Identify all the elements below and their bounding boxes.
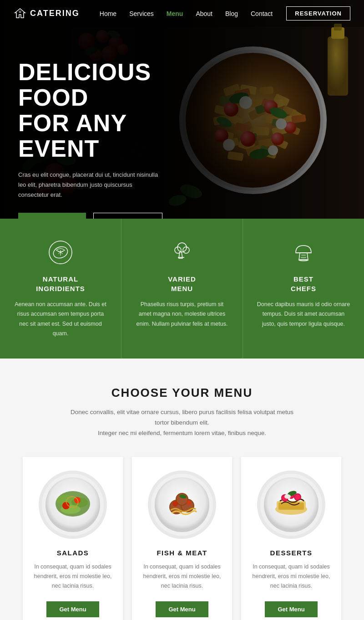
hero-section: DELICIOUS FOOD FOR ANY EVENT Cras eu eli…	[0, 0, 364, 219]
nav-home[interactable]: Home	[100, 10, 116, 17]
feature-menu-title: VARIEDMENU	[135, 274, 229, 293]
svg-point-89	[175, 247, 181, 253]
brand-logo[interactable]: CATERING	[14, 7, 80, 20]
hero-buttons: Get Started → Learn More →	[18, 213, 187, 219]
salads-title: SALADS	[57, 549, 89, 557]
natural-icon	[47, 239, 74, 266]
menu-section: CHOOSE YOUR MENU Donec convallis, elit v…	[0, 359, 364, 620]
fish-meat-image	[148, 471, 216, 539]
svg-point-90	[183, 247, 189, 253]
desserts-desc: In consequat, quam id sodales hendrerit,…	[250, 562, 332, 591]
hero-title: DELICIOUS FOOD FOR ANY EVENT	[18, 59, 187, 162]
feature-chefs: BESTCHEFS Donec dapibus mauris id odio o…	[243, 219, 364, 359]
feature-natural-title: NATURALINGRIDIENTS	[14, 274, 107, 293]
desserts-image	[257, 471, 325, 539]
desserts-get-menu-button[interactable]: Get Menu	[265, 601, 317, 617]
feature-menu: VARIEDMENU Phasellus risus turpis, preti…	[121, 219, 243, 359]
menu-section-subtitle: Donec convallis, elit vitae ornare cursu…	[68, 407, 296, 439]
brand-name: CATERING	[30, 9, 80, 18]
svg-point-113	[187, 500, 191, 505]
feature-natural: NATURALINGRIDIENTS Aenean non accumsan a…	[0, 219, 121, 359]
menu-card-salads: SALADS In consequat, quam id sodales hen…	[23, 457, 123, 620]
hero-content: DELICIOUS FOOD FOR ANY EVENT Cras eu eli…	[18, 59, 187, 219]
nav-services[interactable]: Services	[129, 10, 154, 17]
salads-desc: In consequat, quam id sodales hendrerit,…	[32, 562, 114, 591]
reservation-button[interactable]: RESERVATION	[286, 6, 350, 20]
fish-meat-title: FISH & MEAT	[157, 549, 207, 557]
salads-image	[39, 471, 107, 539]
learn-more-button[interactable]: Learn More →	[93, 213, 162, 219]
salads-get-menu-button[interactable]: Get Menu	[46, 601, 99, 617]
fish-meat-get-menu-button[interactable]: Get Menu	[156, 601, 208, 617]
svg-point-0	[19, 11, 21, 13]
feature-menu-desc: Phasellus risus turpis, pretium sit amet…	[135, 300, 229, 329]
house-icon	[14, 7, 26, 20]
chefs-icon	[290, 239, 317, 266]
menu-card-fish-meat: FISH & MEAT In consequat, quam id sodale…	[132, 457, 232, 620]
features-strip: NATURALINGRIDIENTS Aenean non accumsan a…	[0, 219, 364, 359]
feature-natural-desc: Aenean non accumsan ante. Duis et risus …	[14, 300, 107, 338]
nav-blog[interactable]: Blog	[225, 10, 238, 17]
fish-meat-desc: In consequat, quam id sodales hendrerit,…	[141, 562, 223, 591]
svg-point-125	[295, 494, 300, 500]
desserts-title: DESSERTS	[270, 549, 313, 557]
menu-card-desserts: DESSERTS In consequat, quam id sodales h…	[241, 457, 341, 620]
varied-icon	[168, 239, 196, 266]
nav-menu[interactable]: Menu	[167, 10, 183, 17]
menu-cards: SALADS In consequat, quam id sodales hen…	[18, 457, 346, 620]
navbar: CATERING Home Services Menu About Blog C…	[0, 0, 364, 27]
nav-about[interactable]: About	[196, 10, 212, 17]
feature-chefs-title: BESTCHEFS	[257, 274, 350, 293]
nav-links: Home Services Menu About Blog Contact	[100, 10, 273, 17]
svg-point-127	[284, 494, 291, 499]
feature-chefs-desc: Donec dapibus mauris id odio ornare temp…	[257, 300, 350, 329]
get-started-button[interactable]: Get Started →	[18, 213, 86, 219]
svg-point-112	[172, 501, 178, 507]
menu-section-title: CHOOSE YOUR MENU	[18, 386, 346, 400]
hero-subtitle: Cras eu elit congue, placerat dui ut, ti…	[18, 170, 164, 200]
nav-contact[interactable]: Contact	[251, 10, 273, 17]
